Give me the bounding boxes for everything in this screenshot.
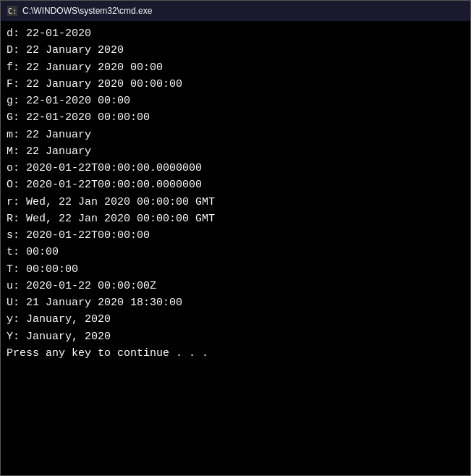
cmd-window: C: C:\WINDOWS\system32\cmd.exe d: 22-01-… (0, 0, 471, 476)
console-line: f: 22 January 2020 00:00 (7, 59, 464, 76)
console-line: g: 22-01-2020 00:00 (7, 93, 464, 109)
title-bar: C: C:\WINDOWS\system32\cmd.exe (1, 1, 470, 21)
console-line: Press any key to continue . . . (7, 345, 464, 362)
window-title: C:\WINDOWS\system32\cmd.exe (22, 6, 152, 16)
console-line: M: 22 January (7, 143, 464, 160)
console-line: y: January, 2020 (7, 311, 464, 328)
console-line: D: 22 January 2020 (7, 42, 464, 59)
cmd-icon: C: (7, 5, 18, 17)
svg-text:C:: C: (8, 7, 17, 15)
console-output: d: 22-01-2020D: 22 January 2020f: 22 Jan… (1, 21, 470, 475)
console-line: d: 22-01-2020 (7, 25, 464, 42)
console-line: R: Wed, 22 Jan 2020 00:00:00 GMT (7, 211, 464, 227)
console-line: u: 2020-01-22 00:00:00Z (7, 278, 464, 294)
console-line: F: 22 January 2020 00:00:00 (7, 76, 464, 93)
console-line: m: 22 January (7, 127, 464, 143)
console-line: t: 00:00 (7, 244, 464, 260)
console-line: U: 21 January 2020 18:30:00 (7, 294, 464, 311)
console-line: G: 22-01-2020 00:00:00 (7, 109, 464, 126)
console-line: Y: January, 2020 (7, 328, 464, 345)
console-line: O: 2020-01-22T00:00:00.0000000 (7, 177, 464, 193)
console-line: o: 2020-01-22T00:00:00.0000000 (7, 160, 464, 177)
console-line: s: 2020-01-22T00:00:00 (7, 227, 464, 244)
console-line: T: 00:00:00 (7, 261, 464, 278)
console-line: r: Wed, 22 Jan 2020 00:00:00 GMT (7, 194, 464, 211)
